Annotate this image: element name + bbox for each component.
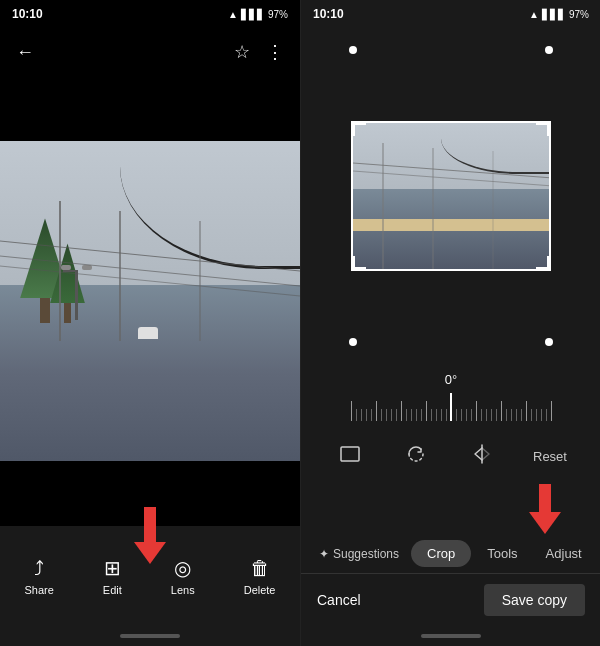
- save-copy-button[interactable]: Save copy: [484, 584, 585, 616]
- crop-dot-top-right: [545, 46, 553, 54]
- bottom-action-bar: Cancel Save copy: [301, 573, 600, 626]
- star-button[interactable]: ☆: [234, 43, 250, 61]
- status-time-left: 10:10: [12, 7, 43, 21]
- signal-icon: ▋▋▋: [241, 9, 265, 20]
- share-button[interactable]: ⤴ Share: [25, 557, 54, 596]
- arrow-head-left: [134, 542, 166, 564]
- crop-image-container: [301, 28, 600, 364]
- rotation-ruler[interactable]: [316, 393, 586, 421]
- rotate-button[interactable]: [401, 439, 431, 474]
- rotation-label: 0°: [445, 372, 457, 387]
- edit-icon: ⊞: [104, 556, 121, 580]
- crop-tools-row: Reset: [301, 429, 600, 484]
- top-bar-left: ← ☆ ⋮: [0, 28, 300, 76]
- corner-handle-bl[interactable]: [352, 256, 366, 270]
- ruler-center-line: [450, 393, 452, 421]
- tab-bar: ✦ Suggestions Crop Tools Adjust: [301, 534, 600, 573]
- share-icon: ⤴: [34, 557, 44, 580]
- red-arrow-left: [134, 507, 166, 564]
- back-button[interactable]: ←: [16, 43, 34, 61]
- wifi-icon: ▲: [228, 9, 238, 20]
- crop-dot-bottom-left: [349, 338, 357, 346]
- status-time-right: 10:10: [313, 7, 344, 21]
- crop-frame[interactable]: [351, 121, 551, 271]
- lens-label: Lens: [171, 584, 195, 596]
- corner-handle-tl[interactable]: [352, 122, 366, 136]
- arrow-shaft-right: [539, 484, 551, 512]
- right-panel: 10:10 ▲ ▋▋▋ 97%: [301, 0, 600, 646]
- tree-mid: [50, 243, 85, 323]
- home-bar-left: [120, 634, 180, 638]
- aspect-ratio-button[interactable]: [335, 439, 365, 474]
- lens-button[interactable]: ◎ Lens: [171, 556, 195, 596]
- suggestions-label: Suggestions: [333, 547, 399, 561]
- home-indicator-left: [0, 626, 300, 646]
- tab-tools[interactable]: Tools: [475, 540, 529, 567]
- svg-rect-11: [341, 447, 359, 461]
- car: [138, 327, 158, 339]
- signal-icon-right: ▋▋▋: [542, 9, 566, 20]
- suggestions-icon: ✦: [319, 547, 329, 561]
- status-bar-right: 10:10 ▲ ▋▋▋ 97%: [301, 0, 600, 28]
- cancel-button[interactable]: Cancel: [317, 592, 361, 608]
- rotation-section: 0°: [301, 364, 600, 429]
- corner-handle-tr[interactable]: [536, 122, 550, 136]
- edit-label: Edit: [103, 584, 122, 596]
- delete-label: Delete: [244, 584, 276, 596]
- battery-icon-right: 97%: [569, 9, 589, 20]
- share-label: Share: [25, 584, 54, 596]
- tab-suggestions[interactable]: ✦ Suggestions: [311, 543, 407, 565]
- crop-dot-top-left: [349, 46, 357, 54]
- photo-image: [0, 141, 300, 461]
- crop-dot-bottom-right: [545, 338, 553, 346]
- flip-icon: [471, 443, 493, 465]
- wifi-icon-right: ▲: [529, 9, 539, 20]
- home-bar-right: [421, 634, 481, 638]
- status-bar-left: 10:10 ▲ ▋▋▋ 97%: [0, 0, 300, 28]
- red-arrow-right: [301, 484, 600, 534]
- edit-button[interactable]: ⊞ Edit: [103, 556, 122, 596]
- left-panel: 10:10 ▲ ▋▋▋ 97% ← ☆ ⋮: [0, 0, 300, 646]
- arrow-shaft-left: [144, 507, 156, 542]
- photo-view-area: [0, 76, 300, 526]
- battery-icon: 97%: [268, 9, 288, 20]
- corner-handle-br[interactable]: [536, 256, 550, 270]
- status-icons-right: ▲ ▋▋▋ 97%: [529, 9, 589, 20]
- rotate-icon: [405, 443, 427, 465]
- tab-adjust[interactable]: Adjust: [534, 540, 594, 567]
- delete-icon: 🗑: [250, 557, 270, 580]
- reset-button[interactable]: Reset: [533, 449, 567, 464]
- flip-button[interactable]: [467, 439, 497, 474]
- status-icons-left: ▲ ▋▋▋ 97%: [228, 9, 288, 20]
- crop-photo: [353, 123, 549, 269]
- arrow-head-right: [529, 512, 561, 534]
- tab-crop[interactable]: Crop: [411, 540, 471, 567]
- lens-icon: ◎: [174, 556, 191, 580]
- bottom-toolbar: ⤴ Share ⊞ Edit ◎ Lens 🗑 Delete: [0, 526, 300, 626]
- more-button[interactable]: ⋮: [266, 43, 284, 61]
- delete-button[interactable]: 🗑 Delete: [244, 557, 276, 596]
- lamp-post-left: [75, 270, 78, 320]
- aspect-ratio-icon: [339, 443, 361, 465]
- home-indicator-right: [301, 626, 600, 646]
